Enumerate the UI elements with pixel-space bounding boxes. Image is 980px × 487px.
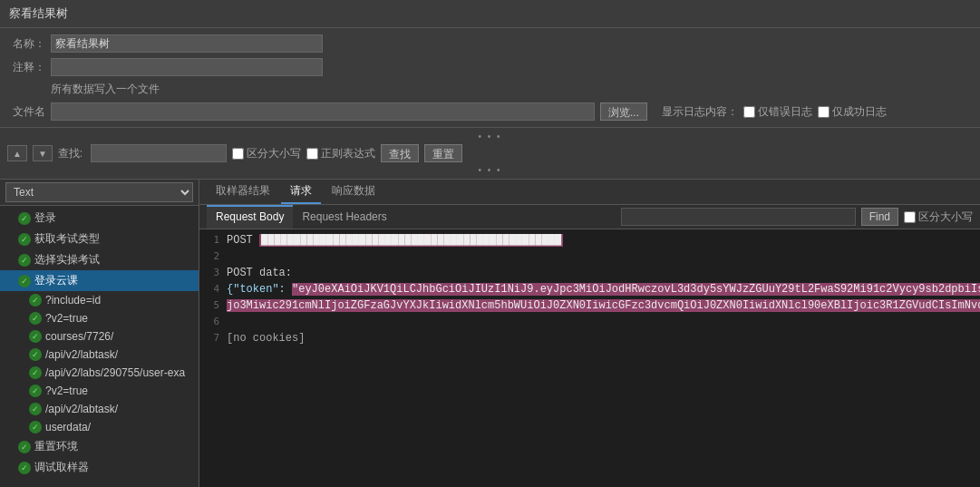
code-line-4: 4 {"token": "eyJ0eXAiOiJKV1QiLCJhbGciOiJ… bbox=[199, 282, 980, 298]
tree-item-label: 登录 bbox=[34, 210, 56, 226]
browse-button[interactable]: 浏览... bbox=[600, 102, 647, 121]
check-icon-debug-sampler bbox=[18, 462, 31, 474]
filename-input[interactable] bbox=[51, 102, 595, 121]
tree-item-v2-true-2[interactable]: ?v2=true bbox=[0, 382, 199, 400]
tree-item-v2-true-1[interactable]: ?v2=true bbox=[0, 309, 199, 327]
tree-item-label: 选择实操考试 bbox=[34, 252, 100, 268]
line-content-6 bbox=[227, 315, 233, 328]
line-num-4: 4 bbox=[199, 282, 227, 295]
tree-item-login-cloud[interactable]: 登录云课 bbox=[0, 270, 199, 291]
search-label: 查找: bbox=[58, 146, 85, 161]
tree-item-labs[interactable]: /api/v2/labs/290755/user-exa bbox=[0, 364, 199, 382]
tree-item-label: 登录云课 bbox=[34, 273, 78, 288]
left-panel: Text JSON XML HTML 登录 获取考试类型 选择实操考试 登录云课 bbox=[0, 180, 199, 487]
window-title: 察看结果树 bbox=[9, 6, 68, 20]
check-icon-login-cloud bbox=[18, 275, 31, 287]
tree-item-label: userdata/ bbox=[45, 421, 91, 433]
tree-item-label: /api/v2/labs/290755/user-exa bbox=[45, 366, 185, 379]
check-icon-select-exam bbox=[18, 254, 31, 267]
line-num-3: 3 bbox=[199, 266, 227, 278]
filter-dropdown[interactable]: Text JSON XML HTML bbox=[5, 182, 193, 202]
right-find-button[interactable]: Find bbox=[861, 208, 898, 226]
left-panel-header: Text JSON XML HTML bbox=[0, 180, 199, 206]
tree-item-label: ?v2=true bbox=[45, 312, 88, 325]
regex-label[interactable]: 正则表达式 bbox=[306, 146, 375, 161]
check-icon-labtask-1 bbox=[29, 348, 42, 361]
check-icon-labs bbox=[29, 366, 42, 379]
comment-input[interactable] bbox=[51, 58, 323, 76]
code-area[interactable]: 1 POST █████████████████████████████████… bbox=[199, 229, 980, 487]
right-case-checkbox[interactable] bbox=[904, 211, 916, 223]
right-case-label[interactable]: 区分大小写 bbox=[904, 209, 973, 225]
line-num-1: 1 bbox=[199, 233, 227, 246]
token-brace: {"token": bbox=[227, 283, 292, 296]
line-content-2 bbox=[227, 249, 233, 263]
error-only-checkbox[interactable] bbox=[743, 106, 755, 118]
check-icon-courses bbox=[29, 330, 42, 343]
token-value-2: jo3Miwic291cmNlIjoiZGFzaGJvYXJkIiwidXNlc… bbox=[227, 299, 980, 312]
toolbar-dots-bottom: • • • bbox=[7, 164, 973, 176]
tree-item-label: ?include=id bbox=[45, 294, 101, 307]
check-icon-include-id bbox=[29, 294, 42, 307]
line-content-4: {"token": "eyJ0eXAiOiJKV1QiLCJhbGciOiJIU… bbox=[227, 282, 980, 296]
tree-item-reset-env[interactable]: 重置环境 bbox=[0, 436, 199, 457]
line-num-5: 5 bbox=[199, 298, 227, 311]
arrow-up-button[interactable]: ▲ bbox=[7, 145, 27, 161]
name-label: 名称： bbox=[9, 36, 45, 52]
sub-tab-request-body[interactable]: Request Body bbox=[207, 205, 293, 229]
filename-row: 文件名 浏览... 显示日志内容： 仅错误日志 仅成功日志 bbox=[9, 100, 971, 123]
right-search-input[interactable] bbox=[621, 208, 855, 226]
tab-request[interactable]: 请求 bbox=[281, 180, 321, 204]
tree-list: 登录 获取考试类型 选择实操考试 登录云课 ?include=id ?v2=tr… bbox=[0, 206, 199, 487]
tree-item-include-id[interactable]: ?include=id bbox=[0, 291, 199, 309]
find-button[interactable]: 查找 bbox=[381, 144, 419, 162]
tree-item-select-exam[interactable]: 选择实操考试 bbox=[0, 249, 199, 270]
tree-item-labtask-1[interactable]: /api/v2/labtask/ bbox=[0, 346, 199, 364]
tab-response-data[interactable]: 响应数据 bbox=[323, 180, 384, 204]
title-bar: 察看结果树 bbox=[0, 0, 980, 28]
code-line-7: 7 [no cookies] bbox=[199, 331, 980, 347]
search-toolbar-row: ▲ ▼ 查找: 区分大小写 正则表达式 查找 重置 bbox=[7, 142, 973, 164]
main-tab-bar: 取样器结果 请求 响应数据 bbox=[199, 180, 980, 205]
toolbar-dots-top: • • • bbox=[7, 131, 973, 142]
tree-item-userdata[interactable]: userdata/ bbox=[0, 418, 199, 436]
code-line-1: 1 POST █████████████████████████████████… bbox=[199, 233, 980, 249]
case-sensitive-checkbox[interactable] bbox=[232, 148, 244, 160]
all-data-row: 所有数据写入一个文件 bbox=[9, 79, 971, 100]
tree-item-login[interactable]: 登录 bbox=[0, 208, 199, 229]
error-only-label[interactable]: 仅错误日志 bbox=[743, 104, 812, 120]
check-icon-v2-true-2 bbox=[29, 385, 42, 397]
regex-checkbox[interactable] bbox=[306, 148, 318, 160]
all-data-note: 所有数据写入一个文件 bbox=[51, 82, 160, 97]
tree-item-label: 重置环境 bbox=[34, 439, 78, 454]
right-panel: 取样器结果 请求 响应数据 Request Body Request Heade… bbox=[199, 180, 980, 487]
search-input[interactable] bbox=[91, 144, 227, 162]
main-content: Text JSON XML HTML 登录 获取考试类型 选择实操考试 登录云课 bbox=[0, 180, 980, 487]
line-content-1: POST ███████████████████████████████████… bbox=[227, 233, 563, 247]
reset-button[interactable]: 重置 bbox=[424, 144, 462, 162]
success-only-checkbox[interactable] bbox=[818, 106, 830, 118]
tree-item-label: courses/7726/ bbox=[45, 330, 113, 343]
line-content-7: [no cookies] bbox=[227, 331, 305, 345]
comment-label: 注释： bbox=[9, 60, 45, 75]
tree-item-exam-types[interactable]: 获取考试类型 bbox=[0, 229, 199, 249]
case-sensitive-label[interactable]: 区分大小写 bbox=[232, 146, 301, 161]
success-only-label[interactable]: 仅成功日志 bbox=[818, 104, 887, 120]
code-line-3: 3 POST data: bbox=[199, 266, 980, 282]
name-input[interactable] bbox=[51, 34, 323, 53]
tree-item-courses[interactable]: courses/7726/ bbox=[0, 327, 199, 346]
check-icon-exam-types bbox=[18, 233, 31, 246]
toolbar-section: • • • ▲ ▼ 查找: 区分大小写 正则表达式 查找 重置 • • • bbox=[0, 128, 980, 180]
sub-toolbar: Request Body Request Headers Find 区分大小写 bbox=[199, 205, 980, 229]
check-icon-reset-env bbox=[18, 441, 31, 453]
url-highlight: ████████████████████████████████████████… bbox=[259, 234, 563, 247]
line-num-7: 7 bbox=[199, 331, 227, 344]
arrow-down-button[interactable]: ▼ bbox=[33, 145, 53, 161]
show-log-label: 显示日志内容： bbox=[662, 104, 738, 120]
tree-item-debug-sampler[interactable]: 调试取样器 bbox=[0, 457, 199, 478]
tab-sampler-results[interactable]: 取样器结果 bbox=[207, 180, 279, 204]
line-content-3: POST data: bbox=[227, 266, 292, 279]
tree-item-labtask-2[interactable]: /api/v2/labtask/ bbox=[0, 400, 199, 418]
sub-tab-request-headers[interactable]: Request Headers bbox=[293, 205, 395, 229]
tree-item-label: ?v2=true bbox=[45, 385, 88, 397]
